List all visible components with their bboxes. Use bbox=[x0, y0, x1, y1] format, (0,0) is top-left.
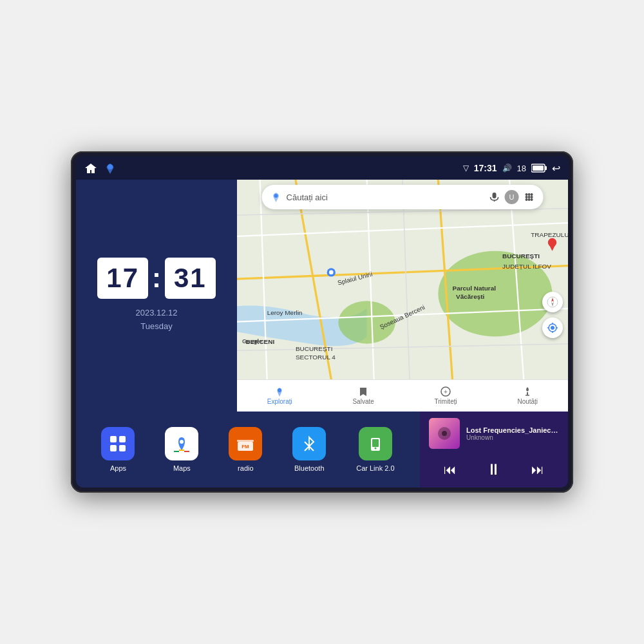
map-search-bar[interactable]: Căutați aici U bbox=[262, 185, 544, 209]
status-right: ▽ 17:31 🔊 18 ↩ bbox=[463, 162, 560, 175]
svg-point-9 bbox=[530, 193, 533, 196]
svg-point-14 bbox=[527, 198, 530, 201]
svg-rect-60 bbox=[110, 445, 117, 451]
svg-text:Leroy Merlin: Leroy Merlin bbox=[267, 309, 303, 316]
clock-hour: 17 bbox=[97, 258, 148, 299]
music-artist: Unknown bbox=[466, 434, 559, 441]
svg-point-11 bbox=[527, 196, 530, 198]
app-item-apps[interactable]: Apps bbox=[101, 427, 135, 472]
svg-point-12 bbox=[530, 196, 533, 198]
svg-point-63 bbox=[180, 440, 184, 444]
svg-point-7 bbox=[525, 193, 527, 196]
clock-date: 2023.12.12 Tuesday bbox=[135, 307, 177, 334]
prev-button[interactable]: ⏮ bbox=[439, 460, 462, 480]
clock-widget: 17 : 31 2023.12.12 Tuesday bbox=[76, 180, 237, 412]
svg-rect-59 bbox=[119, 436, 126, 442]
svg-marker-46 bbox=[551, 302, 554, 307]
maps-label: Maps bbox=[173, 464, 191, 472]
svg-text:JUDEȚUL ILFOV: JUDEȚUL ILFOV bbox=[502, 263, 551, 270]
svg-text:BUCUREȘTI: BUCUREȘTI bbox=[502, 252, 540, 260]
status-bar: ▽ 17:31 🔊 18 ↩ bbox=[76, 156, 568, 180]
apps-label: Apps bbox=[110, 464, 126, 472]
signal-strength: 18 bbox=[517, 164, 526, 173]
svg-text:+: + bbox=[444, 388, 448, 395]
clock-minute: 31 bbox=[165, 258, 216, 299]
map-bottom-bar: Explorați Salvate + bbox=[237, 379, 568, 412]
svg-text:FM: FM bbox=[242, 444, 250, 450]
google-logo: Google bbox=[242, 338, 262, 345]
svg-point-8 bbox=[527, 193, 530, 196]
carlink-label: Car Link 2.0 bbox=[356, 464, 394, 472]
svg-rect-72 bbox=[372, 439, 379, 447]
bottom-row: Apps bbox=[76, 412, 568, 488]
map-widget: Căutați aici U bbox=[237, 180, 568, 412]
app-item-carlink[interactable]: Car Link 2.0 bbox=[356, 427, 394, 472]
user-avatar[interactable]: U bbox=[504, 190, 518, 204]
svg-point-76 bbox=[442, 431, 447, 436]
map-nav-send[interactable]: + Trimiteți bbox=[435, 386, 457, 405]
svg-point-73 bbox=[374, 448, 376, 450]
apps-icon bbox=[101, 427, 135, 460]
svg-point-40 bbox=[329, 270, 334, 275]
clock-colon: : bbox=[152, 263, 161, 294]
next-button[interactable]: ⏭ bbox=[526, 460, 549, 480]
locate-button[interactable] bbox=[542, 317, 563, 338]
compass-button[interactable] bbox=[542, 292, 563, 312]
status-left bbox=[84, 162, 116, 174]
app-item-radio[interactable]: FM radio bbox=[229, 427, 262, 472]
play-pause-button[interactable]: ⏸ bbox=[481, 458, 507, 481]
map-nav-news[interactable]: Noutăți bbox=[517, 386, 538, 405]
svg-rect-66 bbox=[184, 451, 189, 452]
map-nav-saved[interactable]: Salvate bbox=[352, 386, 374, 405]
svg-rect-2 bbox=[545, 166, 547, 170]
radio-icon: FM bbox=[229, 427, 262, 460]
map-nav-explore[interactable]: Explorați bbox=[267, 386, 292, 405]
grid-icon[interactable] bbox=[524, 192, 534, 202]
search-placeholder: Căutați aici bbox=[287, 193, 328, 202]
app-item-bluetooth[interactable]: Bluetooth bbox=[292, 427, 326, 472]
svg-rect-57 bbox=[526, 395, 529, 396]
app-item-maps[interactable]: Maps bbox=[165, 427, 198, 472]
volume-icon[interactable]: 🔊 bbox=[502, 164, 512, 173]
svg-text:Văcărești: Văcărești bbox=[456, 293, 485, 300]
top-row: 17 : 31 2023.12.12 Tuesday bbox=[76, 180, 568, 412]
back-icon[interactable]: ↩ bbox=[552, 162, 560, 175]
map-area[interactable]: Parcul Natural Văcărești Leroy Merlin BE… bbox=[237, 180, 568, 379]
bluetooth-label: Bluetooth bbox=[294, 464, 324, 472]
svg-rect-65 bbox=[179, 450, 184, 451]
radio-label: radio bbox=[238, 464, 253, 472]
mic-icon[interactable] bbox=[489, 192, 499, 202]
svg-rect-69 bbox=[237, 440, 254, 442]
music-player: Lost Frequencies_Janieck Devy-... Unknow… bbox=[420, 412, 568, 488]
svg-rect-5 bbox=[492, 193, 496, 198]
svg-rect-56 bbox=[527, 392, 528, 395]
svg-point-41 bbox=[548, 238, 556, 247]
svg-rect-61 bbox=[119, 445, 126, 451]
clock-display: 17 : 31 bbox=[97, 258, 215, 299]
time-display: 17:31 bbox=[474, 163, 497, 173]
svg-marker-45 bbox=[551, 298, 554, 302]
svg-text:TRAPEZULUI: TRAPEZULUI bbox=[531, 231, 568, 238]
svg-rect-58 bbox=[110, 436, 117, 442]
location-icon: ▽ bbox=[463, 164, 469, 173]
svg-point-15 bbox=[530, 198, 533, 201]
svg-rect-3 bbox=[533, 166, 544, 171]
car-head-unit: ▽ 17:31 🔊 18 ↩ 17 bbox=[71, 151, 573, 493]
maps-status-icon bbox=[104, 162, 116, 174]
music-info: Lost Frequencies_Janieck Devy-... Unknow… bbox=[429, 418, 559, 449]
carlink-icon bbox=[359, 427, 392, 460]
svg-rect-64 bbox=[174, 451, 179, 452]
svg-point-10 bbox=[525, 196, 527, 198]
app-icons: Apps bbox=[76, 412, 420, 488]
music-thumbnail bbox=[429, 418, 460, 449]
music-text: Lost Frequencies_Janieck Devy-... Unknow… bbox=[466, 426, 559, 441]
music-title: Lost Frequencies_Janieck Devy-... bbox=[466, 426, 559, 434]
svg-text:SECTORUL 4: SECTORUL 4 bbox=[296, 354, 336, 361]
battery-icon bbox=[531, 164, 547, 173]
svg-text:Parcul Natural: Parcul Natural bbox=[453, 285, 497, 292]
svg-point-13 bbox=[525, 198, 527, 201]
maps-icon bbox=[165, 427, 198, 460]
home-icon[interactable] bbox=[84, 162, 98, 174]
main-content: 17 : 31 2023.12.12 Tuesday bbox=[76, 180, 568, 488]
svg-text:BUCUREȘTI: BUCUREȘTI bbox=[296, 345, 333, 352]
